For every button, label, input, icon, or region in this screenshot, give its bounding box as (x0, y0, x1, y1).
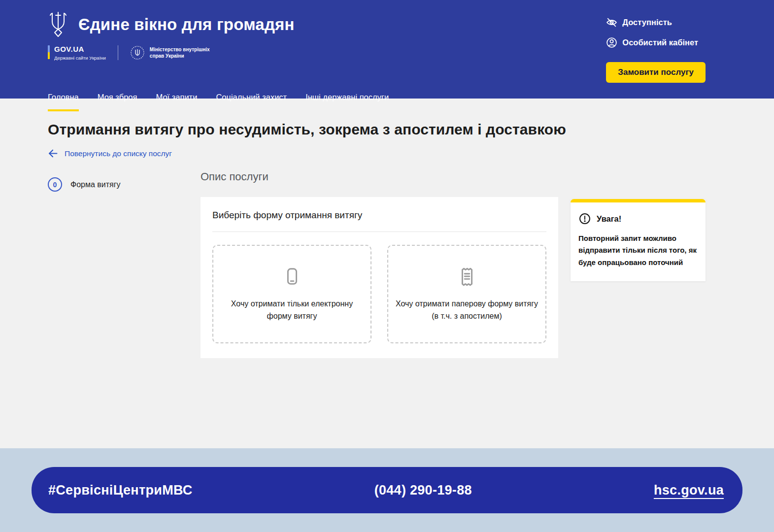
footer-site-link[interactable]: hsc.gov.ua (654, 483, 724, 498)
exclamation-circle-icon (578, 212, 591, 225)
footer: #СервісніЦентриМВС (044) 290-19-88 hsc.g… (0, 448, 774, 532)
ministry-emblem-icon (130, 45, 145, 60)
card-heading: Виберіть форму отримання витягу (212, 210, 546, 221)
step-label: Форма витягу (70, 180, 121, 189)
stepper: 0 Форма витягу (48, 170, 201, 192)
back-to-services-link[interactable]: Повернутись до списку послуг (48, 148, 172, 159)
option-label: Хочу отримати паперову форму витягу (в т… (396, 298, 538, 323)
warning-text: Повторний запит можливо відправити тільк… (578, 233, 697, 268)
account-label: Особистий кабінет (622, 38, 698, 47)
footer-phone[interactable]: (044) 290-19-88 (374, 483, 472, 498)
step-number-badge: 0 (48, 177, 62, 192)
order-service-button[interactable]: Замовити послугу (606, 62, 706, 83)
receipt-icon (456, 266, 478, 288)
option-label: Хочу отримати тільки електронну форму ви… (221, 298, 364, 323)
nav-item-my-requests[interactable]: Мої запити (156, 93, 197, 111)
site-header: Єдине вікно для громадян GOV.UA Державні… (0, 0, 774, 99)
main-content: Отримання витягу про несудимість, зокрем… (0, 99, 774, 448)
page-title: Отримання витягу про несудимість, зокрем… (48, 121, 726, 138)
smartphone-icon (281, 266, 303, 288)
footer-pill: #СервісніЦентриМВС (044) 290-19-88 hsc.g… (32, 467, 742, 513)
option-electronic-form[interactable]: Хочу отримати тільки електронну форму ви… (212, 245, 371, 343)
accessibility-label: Доступність (622, 18, 672, 27)
option-paper-form[interactable]: Хочу отримати паперову форму витягу (в т… (387, 245, 546, 343)
govua-brand: GOV.UA Державні сайти України (48, 45, 106, 61)
accessibility-link[interactable]: Доступність (606, 17, 672, 28)
warning-callout: Увага! Повторний запит можливо відправит… (571, 199, 706, 281)
trident-icon (48, 11, 68, 38)
govua-label: GOV.UA (54, 45, 106, 54)
site-title: Єдине вікно для громадян (78, 15, 295, 34)
footer-hashtag: #СервісніЦентриМВС (48, 483, 193, 498)
warning-accent-bar (571, 199, 706, 202)
nav-item-other-services[interactable]: Інші державні послуги (305, 93, 389, 111)
back-link-label: Повернутись до списку послуг (65, 149, 172, 158)
nav-item-my-weapon[interactable]: Моя зброя (98, 93, 137, 111)
ministry-name-line1: Міністерство внутрішніх (150, 46, 210, 53)
service-description-card: Виберіть форму отримання витягу Хочу отр… (201, 197, 558, 358)
govua-sublabel: Державні сайти України (54, 55, 106, 61)
ministry-name-line2: справ України (150, 53, 210, 60)
arrow-left-icon (48, 148, 58, 159)
step-item-form[interactable]: 0 Форма витягу (48, 177, 201, 192)
govua-flag-bar (48, 45, 50, 59)
eye-off-icon (606, 17, 617, 28)
ministry-brand: Міністерство внутрішніх справ України (130, 45, 210, 60)
nav-item-social-protection[interactable]: Соціальний захист (216, 93, 287, 111)
warning-title: Увага! (597, 214, 621, 224)
user-circle-icon (606, 37, 617, 48)
account-link[interactable]: Особистий кабінет (606, 37, 698, 48)
card-divider (212, 232, 546, 232)
site-logo[interactable]: Єдине вікно для громадян (48, 11, 295, 38)
nav-item-home[interactable]: Головна (48, 93, 79, 111)
brand-divider (118, 45, 118, 60)
section-title: Опис послуги (201, 170, 558, 183)
